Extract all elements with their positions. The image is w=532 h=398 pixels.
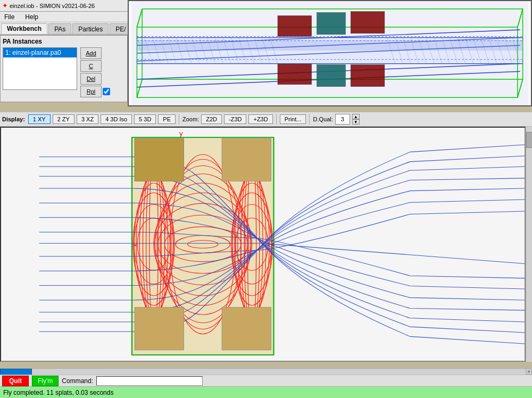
pa-list-container: 1: einzel-planar.pa0 Add C Del Rpl [3, 47, 125, 97]
display-toolbar: Display: 1 XY 2 ZY 3 XZ 4 3D Iso 5 3D PE… [0, 112, 532, 127]
dqual-label: D.Qual: [313, 116, 332, 122]
command-label: Command: [62, 377, 93, 385]
menu-help[interactable]: Help [23, 13, 40, 21]
separator-1 [179, 114, 179, 125]
title-text: einzel.iob - SIMION v2021-06-26 [10, 3, 95, 9]
tab-particles[interactable]: Particles [72, 23, 109, 34]
print-button[interactable]: Print... [280, 114, 306, 124]
pa-del-button[interactable]: Del [80, 73, 102, 85]
pa-add-button[interactable]: Add [80, 47, 102, 59]
view-1xy-button[interactable]: 1 XY [28, 114, 51, 124]
svg-rect-142 [222, 138, 271, 181]
zoom-label: Zoom: [182, 116, 199, 122]
separator-3 [309, 114, 310, 125]
dqual-input[interactable] [335, 114, 350, 125]
svg-rect-48 [317, 65, 346, 87]
tab-pas[interactable]: PAs [48, 23, 71, 34]
command-input[interactable] [96, 376, 203, 386]
zoom-plus-z3d-button[interactable]: +Z3D [248, 114, 272, 124]
bottom-bar: Quit Fly'm Command: [0, 375, 532, 386]
pa-list-item[interactable]: 1: einzel-planar.pa0 [3, 48, 77, 57]
menu-file[interactable]: File [2, 13, 16, 21]
plot-svg: y ✕ ✕ [1, 128, 525, 361]
view-3xz-button[interactable]: 3 XZ [77, 114, 98, 124]
3d-canvas [129, 1, 531, 105]
svg-rect-25 [317, 13, 346, 35]
display-label: Display: [2, 116, 25, 122]
status-text: Fly completed. 11 splats, 0.03 seconds [3, 389, 113, 396]
zoom-z2d-button[interactable]: Z2D [201, 114, 222, 124]
view-5-3d-button[interactable]: 5 3D [134, 114, 156, 124]
title-icon: ✦ [2, 2, 8, 10]
pa-panel: PA Instances 1: einzel-planar.pa0 Add C … [0, 35, 128, 102]
scroll-corner-button[interactable]: + [526, 368, 532, 375]
separator-2 [276, 114, 277, 125]
flym-button[interactable]: Fly'm [32, 376, 59, 386]
main-viewport: y z -x Constrn y ✕ ✕ [0, 127, 526, 362]
svg-rect-141 [135, 138, 184, 181]
quit-button[interactable]: Quit [2, 376, 29, 386]
pa-rpl-checkbox[interactable] [103, 88, 110, 95]
v-scroll-thumb[interactable] [526, 132, 532, 148]
plot-area: y ✕ ✕ [1, 128, 525, 361]
view-2zy-button[interactable]: 2 ZY [53, 114, 74, 124]
pa-panel-title: PA Instances [3, 38, 125, 45]
viewport-3d [128, 0, 532, 106]
tab-workbench[interactable]: Workbench [1, 23, 47, 34]
dqual-up-button[interactable]: ▲ [352, 114, 360, 119]
svg-rect-143 [222, 308, 271, 350]
svg-rect-140 [135, 308, 184, 350]
horizontal-scrollbar[interactable] [0, 368, 526, 375]
pa-c-button[interactable]: C [80, 60, 102, 72]
zoom-minus-z3d-button[interactable]: -Z3D [224, 114, 246, 124]
pa-rpl-button[interactable]: Rpl [80, 86, 102, 97]
view-4-3d-iso-button[interactable]: 4 3D Iso [101, 114, 132, 124]
status-bar: Fly completed. 11 splats, 0.03 seconds [0, 386, 532, 398]
pa-buttons: Add C Del Rpl [80, 47, 110, 97]
svg-text:y: y [179, 130, 183, 137]
view-pe-button[interactable]: PE [158, 114, 176, 124]
pa-list-box[interactable]: 1: einzel-planar.pa0 [3, 47, 77, 90]
vertical-scrollbar[interactable] [526, 127, 532, 362]
svg-rect-59 [137, 38, 522, 64]
dqual-down-button[interactable]: ▼ [352, 119, 360, 125]
